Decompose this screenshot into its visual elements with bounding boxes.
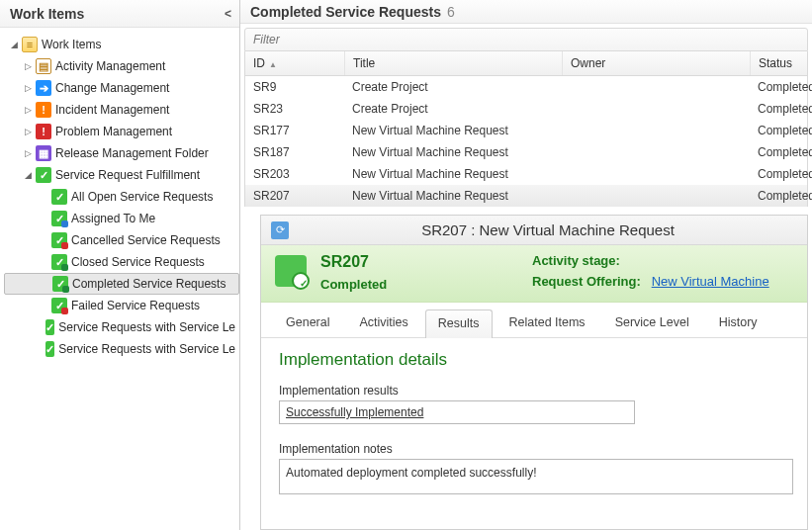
expand-icon[interactable]: ▷	[22, 61, 34, 71]
tree-activity-management[interactable]: ▷ ▤ Activity Management	[4, 55, 239, 77]
request-offering-label: Request Offering:	[532, 274, 641, 289]
refresh-icon[interactable]: ⟳	[271, 221, 289, 239]
expand-icon[interactable]: ▷	[22, 83, 34, 93]
grid-header: ID▲ Title Owner Status	[245, 51, 807, 76]
list-count: 6	[447, 4, 455, 20]
cell-status: Completed	[750, 141, 812, 163]
tree-label: Cancelled Service Requests	[71, 233, 221, 247]
tree-change-management[interactable]: ▷ ➔ Change Management	[4, 77, 239, 99]
table-row[interactable]: SR9Create ProjectCompleted	[245, 76, 807, 98]
tree-label: Closed Service Requests	[71, 255, 205, 269]
tab-general[interactable]: General	[273, 309, 342, 337]
cell-title: Create Project	[344, 98, 562, 120]
tree-failed-sr[interactable]: ✓ Failed Service Requests	[4, 295, 239, 316]
impl-results-label: Implementation results	[279, 384, 789, 398]
sidebar-collapse-icon[interactable]: <	[225, 7, 231, 21]
cell-title: New Virtual Machine Request	[344, 163, 562, 185]
detail-sr-id: SR207	[320, 253, 518, 271]
tree-problem-management[interactable]: ▷ ! Problem Management	[4, 121, 239, 142]
cell-id: SR203	[245, 163, 344, 185]
expand-icon[interactable]: ▷	[22, 127, 34, 136]
impl-notes-value[interactable]: Automated deployment completed successfu…	[279, 459, 793, 494]
main-area: Completed Service Requests 6 ID▲ Title O…	[240, 0, 812, 530]
table-row[interactable]: SR177New Virtual Machine RequestComplete…	[245, 120, 807, 141]
tab-related-items[interactable]: Related Items	[496, 309, 598, 337]
tab-activities[interactable]: Activities	[346, 309, 420, 337]
expand-icon[interactable]: ▷	[22, 105, 34, 115]
tree-label: Failed Service Requests	[71, 299, 200, 312]
tree-all-open-sr[interactable]: ✓ All Open Service Requests	[4, 186, 239, 208]
error-icon: !	[36, 124, 51, 139]
tree-cancelled-sr[interactable]: ✓ Cancelled Service Requests	[4, 229, 239, 251]
release-icon: ▦	[36, 145, 51, 161]
tree-completed-sr[interactable]: ✓ Completed Service Requests	[4, 273, 239, 295]
table-row[interactable]: SR203New Virtual Machine RequestComplete…	[245, 163, 807, 185]
impl-notes-label: Implementation notes	[279, 442, 789, 456]
impl-results-value[interactable]: Successfully Implemented	[279, 400, 635, 424]
cell-owner	[562, 163, 750, 185]
detail-title-bar: ⟳ SR207 : New Virtual Machine Request	[261, 216, 807, 245]
table-row[interactable]: SR23Create ProjectCompleted	[245, 98, 807, 120]
cell-id: SR23	[245, 98, 344, 120]
col-title[interactable]: Title	[344, 51, 562, 75]
tree-sr-service-level-1[interactable]: ✓ Service Requests with Service Le	[4, 316, 239, 338]
service-request-icon: ✓	[51, 189, 67, 205]
tree-label: Problem Management	[55, 125, 172, 138]
tree-release-management[interactable]: ▷ ▦ Release Management Folder	[4, 142, 239, 164]
results-grid: ID▲ Title Owner Status SR9Create Project…	[244, 51, 808, 207]
expand-icon[interactable]: ◢	[8, 40, 20, 49]
service-request-icon: ✓	[45, 319, 54, 335]
tree-root[interactable]: ◢ ≡ Work Items	[4, 34, 239, 55]
expand-icon[interactable]: ▷	[22, 148, 34, 158]
filter-input[interactable]	[245, 29, 807, 50]
alert-icon: !	[36, 102, 51, 118]
tree-label: Release Management Folder	[55, 146, 209, 160]
tree-label: Service Requests with Service Le	[58, 342, 235, 356]
clipboard-icon: ▤	[36, 58, 51, 74]
sidebar-title: Work Items	[10, 6, 84, 22]
service-request-icon: ✓	[51, 232, 67, 248]
cell-id: SR177	[245, 120, 344, 141]
service-request-icon: ✓	[45, 341, 54, 357]
col-owner[interactable]: Owner	[562, 51, 750, 75]
service-request-completed-icon	[275, 255, 307, 287]
cell-title: New Virtual Machine Request	[344, 141, 562, 163]
tree-closed-sr[interactable]: ✓ Closed Service Requests	[4, 251, 239, 273]
cell-status: Completed	[750, 76, 812, 98]
tab-history[interactable]: History	[706, 309, 770, 337]
table-row[interactable]: SR187New Virtual Machine RequestComplete…	[245, 141, 807, 163]
tree-label: Work Items	[42, 38, 101, 51]
sort-asc-icon: ▲	[269, 60, 277, 69]
cell-status: Completed	[750, 98, 812, 120]
tree-incident-management[interactable]: ▷ ! Incident Management	[4, 99, 239, 121]
tree-label: Activity Management	[55, 59, 165, 73]
tree-label: Service Request Fulfillment	[55, 168, 200, 182]
request-offering-row: Request Offering: New Virtual Machine	[532, 274, 793, 289]
tree-assigned-to-me[interactable]: ✓ Assigned To Me	[4, 208, 239, 229]
cell-title: Create Project	[344, 76, 562, 98]
tab-results[interactable]: Results	[425, 309, 493, 338]
cell-title: New Virtual Machine Request	[344, 120, 562, 141]
col-id[interactable]: ID▲	[245, 51, 344, 75]
table-row[interactable]: SR207New Virtual Machine RequestComplete…	[245, 185, 807, 207]
detail-body: Implementation details Implementation re…	[261, 338, 807, 529]
cell-id: SR9	[245, 76, 344, 98]
cell-status: Completed	[750, 163, 812, 185]
tree-label: Change Management	[55, 81, 169, 95]
detail-status: Completed	[320, 277, 518, 292]
sidebar-header: Work Items <	[0, 0, 239, 28]
arrow-right-icon: ➔	[36, 80, 51, 96]
detail-summary: SR207 Completed Activity stage: Request …	[261, 245, 807, 303]
service-request-icon: ✓	[51, 254, 67, 270]
request-offering-link[interactable]: New Virtual Machine	[652, 274, 769, 289]
tab-service-level[interactable]: Service Level	[602, 309, 702, 337]
tree-sr-service-level-2[interactable]: ✓ Service Requests with Service Le	[4, 338, 239, 360]
section-title: Implementation details	[279, 350, 789, 370]
detail-title: SR207 : New Virtual Machine Request	[299, 221, 797, 238]
cell-owner	[562, 185, 750, 207]
col-status[interactable]: Status	[750, 51, 807, 75]
tree-service-request-fulfillment[interactable]: ◢ ✓ Service Request Fulfillment	[4, 164, 239, 186]
cell-id: SR207	[245, 185, 344, 207]
nav-tree: ◢ ≡ Work Items ▷ ▤ Activity Management ▷…	[0, 28, 239, 366]
expand-icon[interactable]: ◢	[22, 170, 34, 180]
